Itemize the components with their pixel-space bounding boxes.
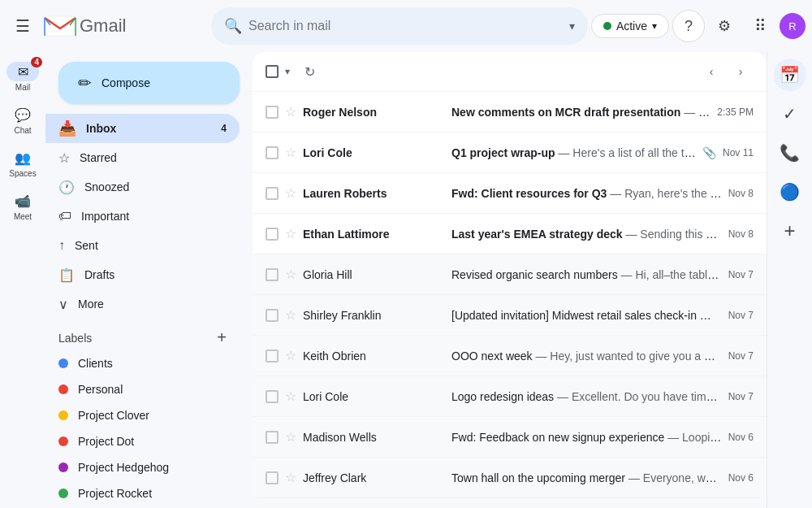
email-row[interactable]: ☆ Roger Nelson New comments on MCR draft… <box>253 92 767 132</box>
email-subject: Last year's EMEA strategy deck <box>451 228 623 241</box>
email-row[interactable]: ☆ Gloria Hill Revised organic search num… <box>253 254 767 295</box>
important-label: Important <box>81 210 129 223</box>
nav-item-snoozed[interactable]: 🕐 Snoozed <box>45 172 240 202</box>
compose-icon: ✏ <box>78 73 92 93</box>
label-item-project-hedgehog[interactable]: Project Hedgehog <box>45 454 240 480</box>
email-subject: New comments on MCR draft presentation <box>451 106 680 119</box>
snoozed-icon: 🕐 <box>58 180 75 195</box>
row-checkbox[interactable] <box>266 431 279 444</box>
email-content: [Updated invitation] Midwest retail sale… <box>451 309 722 322</box>
sender-name: Lori Cole <box>303 146 445 159</box>
settings-button[interactable]: ⚙ <box>708 10 741 42</box>
label-item-project-clover[interactable]: Project Clover <box>45 402 240 428</box>
right-panel-keep[interactable]: 🔵 <box>774 176 806 208</box>
star-icon[interactable]: ☆ <box>285 348 296 363</box>
star-icon[interactable]: ☆ <box>285 185 296 201</box>
row-checkbox[interactable] <box>266 350 279 363</box>
search-bar[interactable]: 🔍 ▾ <box>211 7 588 45</box>
avatar[interactable]: R <box>780 13 806 39</box>
email-snippet: — Everyone, we'll be hosting our second … <box>628 471 722 484</box>
star-icon[interactable]: ☆ <box>285 429 296 445</box>
email-row[interactable]: ☆ Keith Obrien OOO next week — Hey, just… <box>253 336 767 376</box>
row-checkbox[interactable] <box>266 309 279 322</box>
right-panel-add[interactable]: + <box>774 215 806 247</box>
chat-label: Chat <box>14 126 31 135</box>
project-dot-label: Project Dot <box>78 435 134 448</box>
right-panel-calendar[interactable]: 📅 <box>774 59 806 91</box>
email-row[interactable]: ☆ Jeffrey Clark Town hall on the upcomin… <box>253 458 767 498</box>
row-checkbox[interactable] <box>266 106 279 119</box>
email-row[interactable]: ☆ Lori Cole Q1 project wrap-up — Here's … <box>253 132 767 173</box>
email-time: Nov 7 <box>728 391 754 402</box>
sender-name: Shirley Franklin <box>303 309 445 322</box>
nav-item-more[interactable]: ∨ More <box>45 289 240 319</box>
add-label-button[interactable]: + <box>217 328 227 347</box>
email-snippet: — Roger Nelson said what abou… <box>684 106 710 119</box>
email-toolbar: ▾ ↻ ‹ › <box>253 52 767 92</box>
row-checkbox[interactable] <box>266 268 279 281</box>
row-checkbox[interactable] <box>266 187 279 200</box>
email-row[interactable]: ☆ Madison Wells Fwd: Feedback on new sig… <box>253 417 767 458</box>
next-page-button[interactable]: › <box>728 59 754 85</box>
nav-item-starred[interactable]: ☆ Starred <box>45 143 240 172</box>
star-icon[interactable]: ☆ <box>285 267 296 282</box>
prev-page-button[interactable]: ‹ <box>698 59 724 85</box>
sender-name: Lori Cole <box>303 390 445 403</box>
compose-button[interactable]: ✏ Compose <box>58 62 240 104</box>
right-panel-tasks[interactable]: ✓ <box>774 98 806 130</box>
label-item-project-dot[interactable]: Project Dot <box>45 428 240 454</box>
select-all-checkbox[interactable] <box>266 65 279 78</box>
row-checkbox[interactable] <box>266 228 279 241</box>
email-row[interactable]: ☆ Lauren Roberts Fwd: Client resources f… <box>253 173 767 214</box>
star-icon[interactable]: ☆ <box>285 389 296 404</box>
mail-icon: ✉ <box>18 64 28 80</box>
sidebar-item-chat[interactable]: 💬 Chat <box>0 98 45 141</box>
right-panel-contacts[interactable]: 📞 <box>774 137 806 169</box>
sent-icon: ↑ <box>58 238 65 253</box>
email-snippet: — Hi, all–the table below contains the r… <box>621 268 722 281</box>
email-list: ☆ Roger Nelson New comments on MCR draft… <box>253 92 767 501</box>
search-input[interactable] <box>248 19 563 33</box>
email-row[interactable]: ☆ Ethan Lattimore Last year's EMEA strat… <box>253 214 767 254</box>
star-icon[interactable]: ☆ <box>285 307 296 323</box>
help-button[interactable]: ? <box>672 10 705 42</box>
star-icon[interactable]: ☆ <box>285 226 296 241</box>
email-row[interactable]: ☆ Shirley Franklin [Updated invitation] … <box>253 295 767 336</box>
nav-item-inbox[interactable]: 📥 Inbox 4 <box>45 114 240 143</box>
active-status-button[interactable]: Active ▾ <box>591 14 669 38</box>
email-content: Fwd: Feedback on new signup experience —… <box>451 431 722 444</box>
starred-label: Starred <box>80 151 117 164</box>
star-icon[interactable]: ☆ <box>285 470 296 485</box>
email-time: Nov 11 <box>723 147 754 158</box>
nav-item-sent[interactable]: ↑ Sent <box>45 231 240 260</box>
label-item-personal[interactable]: Personal <box>45 376 240 402</box>
email-row[interactable]: ☆ Roger Nelson Two pics from the confere… <box>253 498 767 501</box>
label-item-clients[interactable]: Clients <box>45 350 240 376</box>
sender-name: Keith Obrien <box>303 350 445 363</box>
apps-button[interactable]: ⠿ <box>744 10 776 42</box>
sidebar-item-mail[interactable]: ✉ 4 Mail <box>0 55 45 98</box>
starred-icon: ☆ <box>58 150 70 166</box>
email-time: Nov 8 <box>728 188 754 199</box>
email-snippet: — Midwest retail sales che… <box>700 309 722 322</box>
drafts-label: Drafts <box>84 268 114 281</box>
refresh-button[interactable]: ↻ <box>296 59 322 85</box>
star-icon[interactable]: ☆ <box>285 145 296 160</box>
search-dropdown-icon[interactable]: ▾ <box>569 20 575 33</box>
sidebar-item-spaces[interactable]: 👥 Spaces <box>0 141 45 185</box>
star-icon[interactable]: ☆ <box>285 104 296 119</box>
nav-item-drafts[interactable]: 📋 Drafts <box>45 260 240 289</box>
email-time: Nov 6 <box>728 432 754 443</box>
row-checkbox[interactable] <box>266 471 279 484</box>
email-row[interactable]: ☆ Lori Cole Logo redesign ideas — Excell… <box>253 376 767 417</box>
nav-item-important[interactable]: 🏷 Important <box>45 202 240 231</box>
row-checkbox[interactable] <box>266 390 279 403</box>
select-dropdown-icon[interactable]: ▾ <box>285 66 290 77</box>
email-snippet: — Looping in Annika. The feedback… <box>667 431 721 444</box>
label-item-project-rocket[interactable]: Project Rocket <box>45 480 240 506</box>
email-subject: Town hall on the upcoming merger <box>451 471 625 484</box>
sidebar-item-meet[interactable]: 📹 Meet <box>0 185 45 228</box>
row-checkbox[interactable] <box>266 146 279 159</box>
labels-title: Labels <box>58 332 217 345</box>
menu-button[interactable]: ☰ <box>6 10 39 42</box>
